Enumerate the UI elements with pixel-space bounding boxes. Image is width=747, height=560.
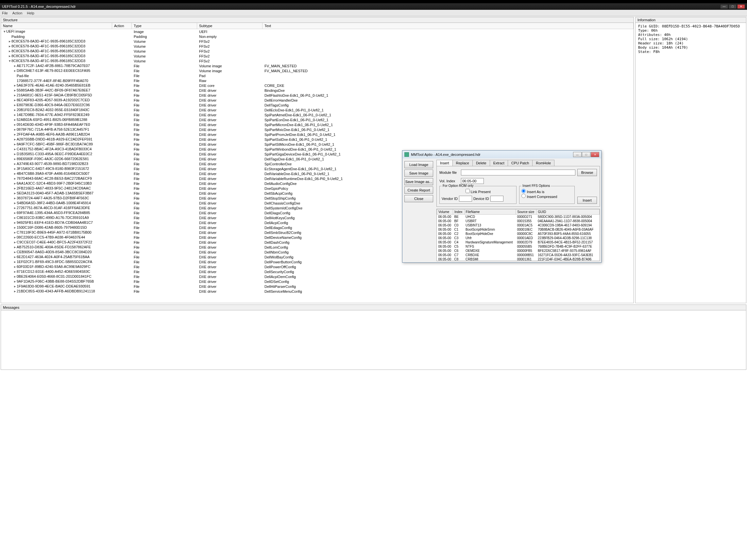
table-row[interactable]: 06:05-00C3Uhfr00001AED223BFB29-0464-4D3B… xyxy=(437,236,599,240)
table-row[interactable]: 06:05-00C7CRBDXE000008B5116271FCA-55D9-4… xyxy=(437,253,599,257)
expander-icon[interactable]: ▸ xyxy=(14,220,17,225)
expander-icon[interactable]: ▸ xyxy=(14,225,17,230)
expander-icon[interactable]: ▸ xyxy=(14,108,17,112)
tree-row[interactable]: ▸8C8CE578-8A3D-4F1C-9935-896185C32DD3Vol… xyxy=(1,49,634,54)
expander-icon[interactable]: ▸ xyxy=(14,171,17,176)
expander-icon[interactable]: ▸ xyxy=(8,44,11,48)
expander-icon[interactable]: ▸ xyxy=(14,69,17,73)
create-report-button[interactable]: Create Report xyxy=(404,187,433,194)
mmtool-close-button[interactable]: ✕ xyxy=(591,152,599,157)
expander-icon[interactable]: ▸ xyxy=(14,93,17,97)
tree-row[interactable]: ▾UEFI imageImageUEFI xyxy=(1,29,634,34)
load-image-button[interactable]: Load Image xyxy=(404,161,433,168)
table-header[interactable]: Source size xyxy=(516,209,537,215)
expander-icon[interactable]: ▸ xyxy=(14,274,17,279)
table-row[interactable]: 06:05-00BEUHCD0000D271580DC900-385D-11D7… xyxy=(437,215,599,219)
col-type-header[interactable]: Type xyxy=(132,23,197,29)
module-file-input[interactable] xyxy=(461,169,575,176)
expander-icon[interactable]: ▸ xyxy=(14,191,17,195)
col-action-header[interactable]: Action xyxy=(112,23,132,29)
browse-button[interactable]: Browse xyxy=(577,169,597,176)
expander-icon[interactable]: ▸ xyxy=(14,201,17,205)
close-button[interactable]: ✕ xyxy=(737,4,745,9)
expander-icon[interactable]: ▸ xyxy=(14,142,17,146)
expander-icon[interactable]: ▾ xyxy=(3,29,6,34)
tree-row[interactable]: ▸AE717C2F-1A42-4F2B-8861-78B79CA07E07Fil… xyxy=(1,63,634,68)
insert-button[interactable]: Insert xyxy=(577,197,597,204)
expander-icon[interactable]: ▸ xyxy=(14,255,17,259)
menu-file[interactable]: File xyxy=(2,11,8,15)
tree-row[interactable]: PaddingPaddingNon-empty xyxy=(1,34,634,39)
expander-icon[interactable]: ▸ xyxy=(14,230,17,235)
expander-icon[interactable]: ▸ xyxy=(8,49,11,53)
table-header[interactable]: GUID xyxy=(537,209,599,215)
tree-row[interactable]: 17088572-377F-44EF-8F4E-B09FFF46A070File… xyxy=(1,78,634,83)
tree-row[interactable]: ▸0BE2E4064-E0S0-4668-8C01-201D001841FCFi… xyxy=(1,274,634,279)
tree-row[interactable]: ▸A287S5BB-D9DD-461B-A929-EC2AD2FEF591Fil… xyxy=(1,137,634,142)
mmtool-maximize-button[interactable]: □ xyxy=(582,152,590,157)
expander-icon[interactable]: ▸ xyxy=(14,127,17,132)
expander-icon[interactable]: ▸ xyxy=(14,98,17,102)
expander-icon[interactable]: ▸ xyxy=(14,167,17,171)
maximize-button[interactable]: □ xyxy=(729,4,737,9)
col-name-header[interactable]: Name xyxy=(1,23,112,29)
vol-index-input[interactable] xyxy=(461,178,484,184)
expander-icon[interactable]: ▸ xyxy=(14,64,17,68)
tree-row[interactable]: ▸8C8CE578-8A3D-4F1C-9935-896185C32DD3Vol… xyxy=(1,39,634,44)
expander-icon[interactable]: ▸ xyxy=(14,284,17,289)
table-row[interactable]: 06:05-00C6OEMDXE00000FB5BFE2D5C5B17-4F8F… xyxy=(437,249,599,253)
expander-icon[interactable]: ▸ xyxy=(14,137,17,141)
table-row[interactable]: 06:05-00C2BootScriptHideDxe00000C8CA570F… xyxy=(437,232,599,236)
expander-icon[interactable]: ▸ xyxy=(14,279,17,284)
tab-delete[interactable]: Delete xyxy=(472,160,490,166)
table-row[interactable]: 06:05-00C1BootScriptHideSmm000018EC70B8B… xyxy=(437,228,599,232)
tab-replace[interactable]: Replace xyxy=(453,160,473,166)
tree-row[interactable]: ▸21BDC85S-4330-4343-AFFB-A6DBDB91241118F… xyxy=(1,289,634,294)
insert-as-is-radio[interactable] xyxy=(521,189,526,193)
tab-romhole[interactable]: RomHole xyxy=(532,160,555,166)
tree-row[interactable]: ▸8C8CE578-8A3D-4F1C-9935-896185C32DD3Vol… xyxy=(1,44,634,49)
tree-row[interactable]: ▸1F9A63D0-9D98-4ECE-BA0C-DDEAE930591File… xyxy=(1,284,634,289)
table-header[interactable]: FileName xyxy=(464,209,516,215)
table-header[interactable]: Volume xyxy=(437,209,453,215)
tab-extract[interactable]: Extract xyxy=(490,160,508,166)
insert-compressed-radio[interactable] xyxy=(521,194,526,198)
table-header[interactable]: Index xyxy=(453,209,465,215)
table-row[interactable]: 06:05-00C0USBINT1300001AC54C006CD9-19BA-… xyxy=(437,223,599,228)
expander-icon[interactable]: ▸ xyxy=(14,211,17,215)
tab-cpu-patch[interactable]: CPU Patch xyxy=(508,160,533,166)
window-titlebar[interactable]: UEFITool 0.21.5 - A14.exe_decompressed.h… xyxy=(0,3,747,10)
expander-icon[interactable]: ▸ xyxy=(14,123,17,127)
table-row[interactable]: 06:05-00C8CRBSMI00001361221F1D4F-034C-4B… xyxy=(437,257,599,261)
expander-icon[interactable]: ▸ xyxy=(14,147,17,151)
tab-insert[interactable]: Insert xyxy=(436,160,453,166)
mmtool-table-wrap[interactable]: VolumeIndexFileNameSource sizeGUID 06:05… xyxy=(436,209,600,261)
expander-icon[interactable]: ▸ xyxy=(14,113,17,117)
tree-row[interactable]: ▸5588SA4B-3B3F-442C-BF09-0F87A67E8EE7Fil… xyxy=(1,88,634,93)
tree-row[interactable]: ▸5AE3F37E-4EAE-41AE-8240-35465B5E81EBFil… xyxy=(1,83,634,88)
expander-icon[interactable]: ▸ xyxy=(14,162,17,166)
tree-row[interactable]: ▸871ECD12-E01E-4400-A452-4D6E5904S83CFil… xyxy=(1,269,634,274)
expander-icon[interactable]: ▸ xyxy=(14,196,17,200)
expander-icon[interactable]: ▸ xyxy=(14,265,17,269)
tree-row[interactable]: ▸216A681C-9E51-415F-9ADA-CB9FBCD05F5DFil… xyxy=(1,93,634,98)
expander-icon[interactable]: ▸ xyxy=(14,260,17,264)
expander-icon[interactable]: ▸ xyxy=(14,83,17,87)
expander-icon[interactable]: ▸ xyxy=(14,186,17,190)
tree-row[interactable]: ▸8C8CE578-8A3D-4F1C-9935-896185C32DD3Vol… xyxy=(1,54,634,58)
expander-icon[interactable]: ▸ xyxy=(14,235,17,239)
expander-icon[interactable]: ▸ xyxy=(14,206,17,210)
save-image-as-button[interactable]: Save Image as... xyxy=(404,178,433,185)
expander-icon[interactable]: ▸ xyxy=(14,181,17,186)
expander-icon[interactable]: ▸ xyxy=(8,39,11,44)
tree-row[interactable]: ▸9AF1DA25-F06C-43BB-BE88-034SS2DBF765BFi… xyxy=(1,279,634,284)
save-image-button[interactable]: Save Image xyxy=(404,169,433,177)
tree-row[interactable]: ▸60F03D1F-89BD-4240-93A8-AC99E9A929FCFil… xyxy=(1,264,634,269)
device-id-input[interactable] xyxy=(490,196,504,202)
expander-icon[interactable]: ▸ xyxy=(14,177,17,181)
tree-row[interactable]: ▸E807983E-D366-40C9-846A-0ED7E6022C96Fil… xyxy=(1,103,634,107)
link-present-checkbox[interactable] xyxy=(466,189,470,193)
tree-row[interactable]: ▸52AB02A-6SFD-4951-B825-06FB859B1288File… xyxy=(1,117,634,122)
expander-icon[interactable]: ▸ xyxy=(14,152,17,156)
expander-icon[interactable]: ▸ xyxy=(8,54,11,58)
